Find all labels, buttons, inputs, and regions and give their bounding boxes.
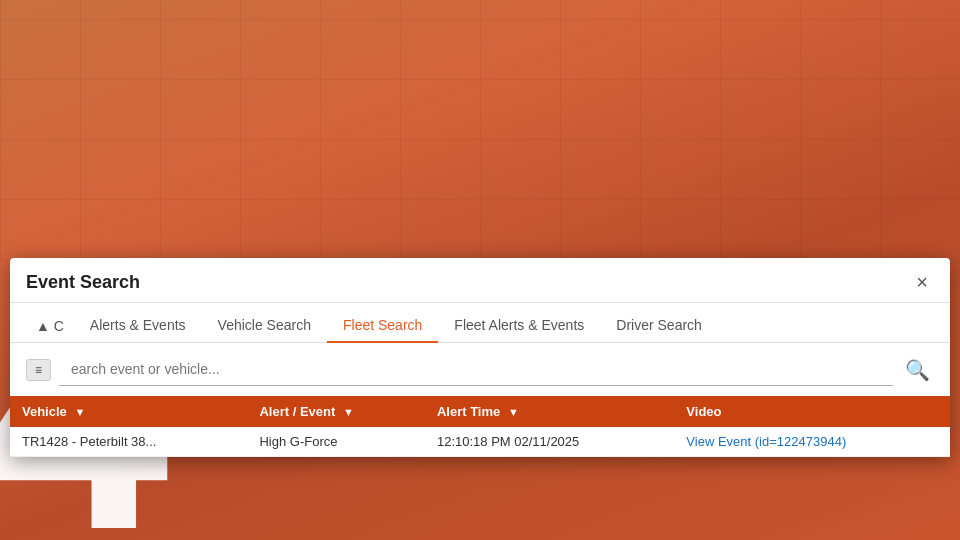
results-table-wrap: Vehicle ▼ Alert / Event ▼ Alert Time ▼ V… — [10, 396, 950, 457]
search-button[interactable]: 🔍 — [901, 354, 934, 386]
filter-icon: ≡ — [35, 363, 42, 377]
modal-title: Event Search — [26, 272, 140, 293]
search-row: ≡ 🔍 — [10, 343, 950, 396]
table-row: TR1428 - Peterbilt 38... High G-Force 12… — [10, 427, 950, 457]
col-alert-time[interactable]: Alert Time ▼ — [425, 396, 674, 427]
col-alert-event[interactable]: Alert / Event ▼ — [247, 396, 424, 427]
tab-vehicle-search[interactable]: Vehicle Search — [202, 309, 327, 343]
view-event-link[interactable]: View Event (id=122473944) — [686, 434, 846, 449]
col-time-sort-icon: ▼ — [508, 406, 519, 418]
col-vehicle-label: Vehicle — [22, 404, 67, 419]
cell-video[interactable]: View Event (id=122473944) — [674, 427, 950, 457]
col-alert-time-label: Alert Time — [437, 404, 500, 419]
col-alert-event-label: Alert / Event — [259, 404, 335, 419]
tabs-row: ▲ C Alerts & Events Vehicle Search Fleet… — [10, 303, 950, 343]
tab-driver-search[interactable]: Driver Search — [600, 309, 718, 343]
event-search-modal: Event Search × ▲ C Alerts & Events Vehic… — [10, 258, 950, 457]
cell-vehicle: TR1428 - Peterbilt 38... — [10, 427, 247, 457]
collapse-icon: ▲ C — [36, 318, 64, 334]
table-header-row: Vehicle ▼ Alert / Event ▼ Alert Time ▼ V… — [10, 396, 950, 427]
tab-fleet-search[interactable]: Fleet Search — [327, 309, 438, 343]
col-vehicle[interactable]: Vehicle ▼ — [10, 396, 247, 427]
tab-collapse[interactable]: ▲ C — [26, 310, 74, 342]
col-alert-sort-icon: ▼ — [343, 406, 354, 418]
results-table: Vehicle ▼ Alert / Event ▼ Alert Time ▼ V… — [10, 396, 950, 457]
modal-close-button[interactable]: × — [910, 270, 934, 294]
col-video: Video — [674, 396, 950, 427]
cell-alert-event: High G-Force — [247, 427, 424, 457]
col-vehicle-sort-icon: ▼ — [74, 406, 85, 418]
search-icon: 🔍 — [905, 359, 930, 381]
modal-header: Event Search × — [10, 258, 950, 303]
filter-button[interactable]: ≡ — [26, 359, 51, 381]
cell-alert-time: 12:10:18 PM 02/11/2025 — [425, 427, 674, 457]
search-input[interactable] — [59, 353, 893, 386]
tab-alerts-events[interactable]: Alerts & Events — [74, 309, 202, 343]
tab-fleet-alerts-events[interactable]: Fleet Alerts & Events — [438, 309, 600, 343]
search-input-wrap — [59, 353, 893, 386]
col-video-label: Video — [686, 404, 721, 419]
